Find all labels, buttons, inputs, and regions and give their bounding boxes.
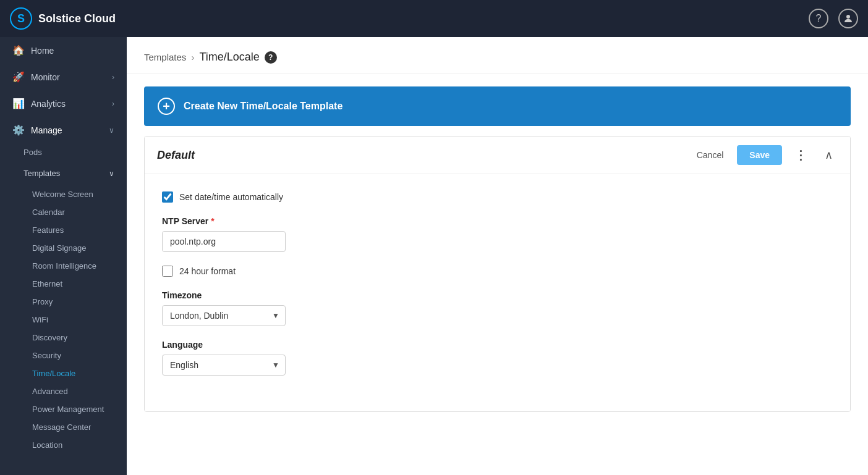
ntp-server-label: NTP Server *: [162, 216, 833, 226]
sidebar-item-home[interactable]: 🏠 Home: [0, 37, 127, 64]
timezone-field: Timezone London, Dublin UTC New York Los…: [162, 290, 833, 326]
set-datetime-auto-row: Set date/time automatically: [162, 191, 833, 203]
label: Advanced: [32, 387, 68, 396]
app-logo: S Solstice Cloud: [10, 7, 116, 30]
label: Calendar: [32, 208, 65, 217]
sidebar-item-pods[interactable]: Pods: [0, 143, 127, 161]
sidebar-item-templates[interactable]: Templates ∨: [0, 161, 127, 185]
sidebar-label-monitor: Monitor: [31, 72, 60, 82]
hour24-checkbox[interactable]: [162, 266, 173, 277]
hour24-row: 24 hour format: [162, 266, 833, 277]
sidebar-item-message-center[interactable]: Message Center: [0, 418, 127, 436]
language-label: Language: [162, 340, 833, 350]
chevron-down-icon: ∨: [109, 126, 114, 135]
chevron-down-icon: ∨: [109, 169, 114, 178]
sidebar-item-welcome-screen[interactable]: Welcome Screen: [0, 185, 127, 203]
sidebar-label-pods: Pods: [23, 148, 42, 157]
template-card-default: Default Cancel Save ⋮ ∧ Set date/time au…: [144, 136, 851, 412]
template-card-body: Set date/time automatically NTP Server *…: [145, 174, 850, 411]
breadcrumb-parent[interactable]: Templates: [144, 52, 186, 62]
label: Location: [32, 440, 62, 450]
main-layout: 🏠 Home 🚀 Monitor › 📊 Analytics › ⚙️ Mana…: [0, 37, 868, 475]
language-field: Language English French German Spanish I…: [162, 340, 833, 376]
ntp-server-input[interactable]: [162, 231, 286, 252]
content-area: Templates › Time/Locale ? + Create New T…: [127, 37, 868, 475]
sidebar-item-discovery[interactable]: Discovery: [0, 329, 127, 347]
plus-icon: +: [158, 98, 175, 115]
sidebar-item-room-intelligence[interactable]: Room Intelligence: [0, 257, 127, 275]
label: WiFi: [32, 315, 48, 324]
logo-icon: S: [10, 7, 32, 30]
sidebar-item-proxy[interactable]: Proxy: [0, 293, 127, 311]
language-select[interactable]: English French German Spanish Italian Ja…: [162, 355, 286, 376]
help-icon[interactable]: ?: [265, 51, 277, 64]
help-button[interactable]: ?: [809, 9, 828, 28]
ntp-server-field: NTP Server *: [162, 216, 833, 252]
sidebar-item-calendar[interactable]: Calendar: [0, 203, 127, 221]
sidebar-item-advanced[interactable]: Advanced: [0, 382, 127, 400]
breadcrumb-current: Time/Locale: [199, 51, 259, 64]
sidebar-item-security[interactable]: Security: [0, 347, 127, 364]
label: Message Center: [32, 422, 91, 432]
label: Features: [32, 225, 64, 235]
label: Time/Locale: [32, 369, 75, 378]
sidebar-label-templates: Templates: [23, 169, 60, 178]
timezone-select[interactable]: London, Dublin UTC New York Los Angeles …: [162, 305, 286, 326]
chevron-right-icon: ›: [112, 73, 114, 82]
save-button[interactable]: Save: [737, 145, 782, 165]
sidebar: 🏠 Home 🚀 Monitor › 📊 Analytics › ⚙️ Mana…: [0, 37, 127, 475]
label: Digital Signage: [32, 243, 86, 253]
label: Security: [32, 351, 61, 360]
language-select-wrapper: English French German Spanish Italian Ja…: [162, 355, 286, 376]
sidebar-label-manage: Manage: [31, 125, 62, 135]
sidebar-label-analytics: Analytics: [31, 99, 66, 109]
more-options-button[interactable]: ⋮: [789, 145, 812, 165]
label: Power Management: [32, 405, 104, 414]
sidebar-item-manage[interactable]: ⚙️ Manage ∨: [0, 117, 127, 143]
manage-icon: ⚙️: [12, 124, 25, 136]
analytics-icon: 📊: [12, 98, 25, 109]
timezone-label: Timezone: [162, 290, 833, 300]
sidebar-item-features[interactable]: Features: [0, 221, 127, 239]
set-datetime-auto-checkbox[interactable]: [162, 191, 173, 203]
cancel-button[interactable]: Cancel: [691, 146, 730, 164]
sidebar-item-location[interactable]: Location: [0, 436, 127, 454]
chevron-right-icon: ›: [112, 99, 114, 108]
sidebar-item-monitor[interactable]: 🚀 Monitor ›: [0, 64, 127, 90]
hour24-label[interactable]: 24 hour format: [179, 266, 236, 276]
label: Discovery: [32, 333, 67, 342]
breadcrumb: Templates › Time/Locale ?: [127, 37, 868, 74]
sidebar-label-home: Home: [31, 46, 54, 56]
breadcrumb-separator: ›: [191, 52, 194, 62]
create-bar-label: Create New Time/Locale Template: [184, 101, 343, 112]
svg-point-0: [846, 15, 850, 19]
sidebar-item-ethernet[interactable]: Ethernet: [0, 275, 127, 293]
sidebar-item-time-locale[interactable]: Time/Locale: [0, 364, 127, 382]
collapse-button[interactable]: ∧: [820, 146, 838, 164]
set-datetime-auto-label[interactable]: Set date/time automatically: [179, 192, 283, 202]
create-template-button[interactable]: + Create New Time/Locale Template: [144, 86, 851, 126]
topbar: S Solstice Cloud ?: [0, 0, 868, 37]
label: Ethernet: [32, 279, 62, 288]
label: Proxy: [32, 297, 53, 306]
sidebar-item-wifi[interactable]: WiFi: [0, 311, 127, 329]
required-star: *: [211, 216, 214, 226]
sidebar-item-digital-signage[interactable]: Digital Signage: [0, 239, 127, 257]
app-title: Solstice Cloud: [38, 12, 116, 25]
template-card-title: Default: [157, 149, 195, 162]
sidebar-item-power-management[interactable]: Power Management: [0, 400, 127, 418]
user-menu-button[interactable]: [838, 9, 858, 28]
home-icon: 🏠: [12, 44, 25, 56]
topbar-actions: ?: [809, 9, 858, 28]
template-card-header: Default Cancel Save ⋮ ∧: [145, 137, 850, 174]
label: Welcome Screen: [32, 190, 93, 199]
monitor-icon: 🚀: [12, 71, 25, 83]
label: Room Intelligence: [32, 261, 96, 271]
template-card-actions: Cancel Save ⋮ ∧: [691, 145, 838, 165]
sidebar-item-analytics[interactable]: 📊 Analytics ›: [0, 90, 127, 117]
timezone-select-wrapper: London, Dublin UTC New York Los Angeles …: [162, 305, 286, 326]
